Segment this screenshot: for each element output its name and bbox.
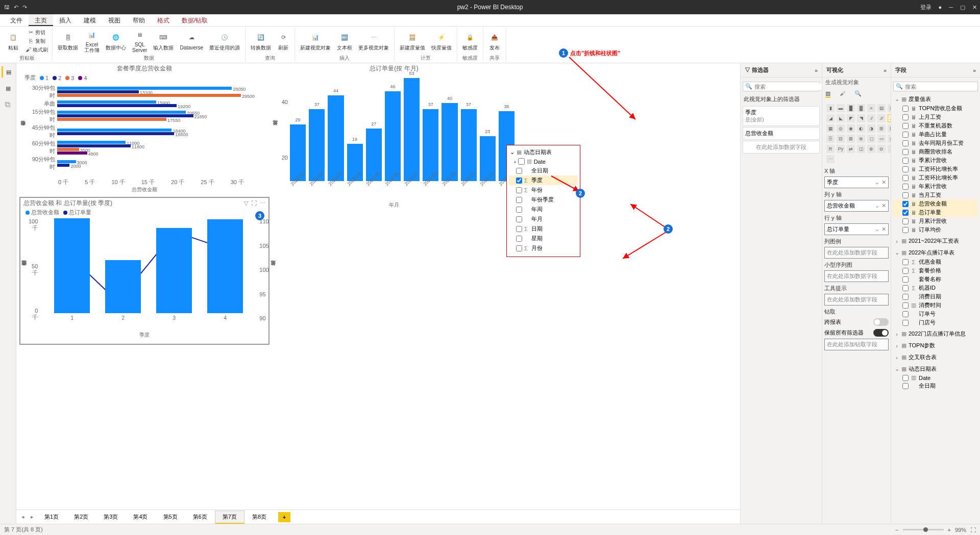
viz-type-0[interactable]: ▮ bbox=[826, 104, 835, 112]
collapse-icon[interactable]: » bbox=[815, 67, 818, 73]
viz-type-12[interactable]: ⫻ bbox=[877, 114, 886, 122]
bar[interactable]: 462022-06 bbox=[385, 91, 401, 181]
ribbon-转换数据[interactable]: 🔄转换数据 bbox=[249, 31, 273, 52]
format-tab-icon[interactable]: 🖌 bbox=[840, 90, 845, 98]
viz-type-4[interactable]: ≡ bbox=[867, 104, 875, 112]
field-item[interactable]: 🖩工资环比增长率 bbox=[893, 165, 978, 173]
viz-type-16[interactable]: ◉ bbox=[847, 124, 855, 133]
bar[interactable]: 292022-01 bbox=[290, 124, 306, 181]
field-item[interactable]: 🖩季累计营收 bbox=[893, 156, 978, 165]
popup-field[interactable]: Σ季度 bbox=[509, 175, 578, 185]
ribbon-最近使用的源[interactable]: 🕓最近使用的源 bbox=[207, 31, 242, 52]
viz-type-5[interactable]: ▤ bbox=[877, 104, 886, 112]
page-tab[interactable]: 第6页 bbox=[185, 511, 215, 524]
well-y2[interactable]: 总订单量⌄✕ bbox=[824, 223, 889, 235]
viz-type-35[interactable]: ⋯ bbox=[826, 155, 835, 163]
filter-card[interactable]: 季度 是(全部) bbox=[743, 106, 820, 126]
ribbon-快度量值[interactable]: ⚡快度量值 bbox=[429, 31, 454, 52]
popup-field[interactable]: 年月 bbox=[509, 214, 578, 224]
table-header[interactable]: ›▦TOPN参数 bbox=[893, 341, 978, 350]
viz-type-19[interactable]: ⊞ bbox=[877, 124, 886, 133]
ribbon-新建视觉对象[interactable]: 📊新建视觉对象 bbox=[298, 31, 333, 52]
page-tab[interactable]: 第3页 bbox=[96, 511, 126, 524]
well-x[interactable]: 季度⌄✕ bbox=[824, 176, 889, 188]
well-small[interactable]: 在此处添加数据字段 bbox=[824, 270, 889, 282]
paste-button[interactable]: 📋粘贴 bbox=[5, 31, 21, 52]
viz-type-28[interactable]: R bbox=[826, 145, 835, 153]
maximize-icon[interactable]: ▢ bbox=[960, 4, 965, 11]
menu-insert[interactable]: 插入 bbox=[53, 14, 78, 26]
expand-icon[interactable]: › bbox=[514, 159, 516, 165]
more-icon[interactable]: ⋯ bbox=[260, 200, 265, 207]
ribbon-敏感度[interactable]: 🔒敏感度 bbox=[460, 31, 480, 52]
bar[interactable]: 372022-08 bbox=[423, 109, 438, 181]
bar[interactable]: 192022-04 bbox=[347, 144, 363, 181]
menu-view[interactable]: 视图 bbox=[102, 14, 127, 26]
viz-type-8[interactable]: ◣ bbox=[837, 114, 845, 122]
close-icon[interactable]: ✕ bbox=[972, 4, 977, 11]
viz-type-14[interactable]: ▦ bbox=[826, 124, 835, 133]
remove-icon[interactable]: ✕ bbox=[881, 226, 886, 233]
format-painter-button[interactable]: 🖌格式刷 bbox=[23, 45, 49, 54]
field-item[interactable]: 🖩总订单量 bbox=[893, 208, 978, 217]
menu-file[interactable]: 文件 bbox=[4, 14, 29, 26]
popup-field[interactable]: Σ月份 bbox=[509, 243, 578, 253]
bar[interactable]: 2 bbox=[105, 260, 141, 314]
chevron-down-icon[interactable]: ⌄ bbox=[875, 179, 879, 186]
viz-type-15[interactable]: ◎ bbox=[837, 124, 845, 133]
bar[interactable]: 232022-11 bbox=[480, 136, 496, 181]
viz-type-11[interactable]: ⫽ bbox=[867, 114, 875, 122]
field-item[interactable]: 消费日期 bbox=[893, 292, 978, 301]
field-item[interactable]: 🖩去年同期月份工资 bbox=[893, 139, 978, 147]
viz-type-9[interactable]: ◤ bbox=[847, 114, 855, 122]
field-item[interactable]: 🖩年累计营收 bbox=[893, 182, 978, 191]
fields-search[interactable]: 🔍 bbox=[893, 82, 978, 91]
keep-filters-toggle[interactable] bbox=[873, 329, 889, 337]
viz-type-31[interactable]: ◫ bbox=[857, 145, 865, 153]
field-item[interactable]: 🖩不重复机器数 bbox=[893, 121, 978, 130]
menu-help[interactable]: 帮助 bbox=[127, 14, 151, 26]
popup-field[interactable]: 年周 bbox=[509, 205, 578, 214]
bar[interactable]: 3 bbox=[156, 228, 192, 313]
filters-search[interactable]: 🔍 bbox=[743, 82, 820, 91]
viz-type-22[interactable]: ⊟ bbox=[837, 135, 845, 143]
popup-field[interactable]: 全日期 bbox=[509, 166, 578, 175]
bar[interactable]: 402022-09 bbox=[442, 103, 457, 181]
filter-card[interactable]: 总营收金额 bbox=[743, 127, 820, 140]
viz-type-1[interactable]: ▬ bbox=[837, 104, 845, 112]
field-item[interactable]: ▥消费时间 bbox=[893, 301, 978, 310]
cut-button[interactable]: ✂剪切 bbox=[23, 28, 49, 36]
viz-type-3[interactable]: ▓ bbox=[857, 104, 865, 112]
bar[interactable]: 4 bbox=[207, 219, 243, 313]
minimize-icon[interactable]: ─ bbox=[949, 4, 953, 10]
well-tooltip[interactable]: 在此处添加数据字段 bbox=[824, 294, 889, 305]
collapse-icon[interactable]: » bbox=[884, 67, 887, 73]
user-icon[interactable]: ● bbox=[939, 4, 942, 10]
viz-type-23[interactable]: ⊠ bbox=[847, 135, 855, 143]
data-view-icon[interactable]: ▦ bbox=[3, 83, 14, 94]
viz-type-7[interactable]: ◢ bbox=[826, 114, 835, 122]
menu-drill[interactable]: 数据/钻取 bbox=[176, 14, 214, 26]
field-item[interactable]: 套餐名称 bbox=[893, 275, 978, 284]
well-y1[interactable]: 总营收金额⌄✕ bbox=[824, 200, 889, 212]
bar[interactable]: 272022-05 bbox=[366, 129, 382, 181]
field-item[interactable]: ▥Date bbox=[893, 374, 978, 381]
ribbon-发布[interactable]: 📤发布 bbox=[486, 31, 503, 52]
next-page-icon[interactable]: ▸ bbox=[28, 512, 37, 522]
menu-format[interactable]: 格式 bbox=[151, 14, 176, 26]
ribbon-SQLServer[interactable]: 🖥SQL Server bbox=[130, 28, 149, 54]
menu-home[interactable]: 主页 bbox=[29, 14, 53, 26]
expand-icon[interactable]: ⌄ bbox=[510, 149, 514, 156]
vis-column[interactable]: 总订单量(按 年月) 总订单量 40 20 292022-01372022-02… bbox=[272, 63, 517, 196]
ribbon-文本框[interactable]: 🔤文本框 bbox=[335, 31, 354, 52]
remove-icon[interactable]: ✕ bbox=[881, 179, 886, 186]
field-item[interactable]: 🖩当月工资 bbox=[893, 191, 978, 199]
ribbon-Dataverse[interactable]: ☁Dataverse bbox=[178, 31, 205, 52]
vis-combo[interactable]: 总营收金额 和 总订单量(按 季度) ▽ ⛶ ⋯ 总营收金额 总订单量 总营收金… bbox=[19, 197, 270, 345]
field-item[interactable]: 🖩单曲占比量 bbox=[893, 130, 978, 139]
table-header[interactable]: ›▦2021~2022年工资表 bbox=[893, 236, 978, 246]
bar[interactable]: 1 bbox=[54, 218, 90, 313]
field-item[interactable]: 🖩月累计营收 bbox=[893, 217, 978, 225]
chevron-down-icon[interactable]: ⌄ bbox=[875, 202, 879, 209]
field-popup[interactable]: ⌄▦动态日期表 ›▥Date 全日期Σ季度Σ年份年份季度年周年月Σ日期星期Σ月份 bbox=[506, 145, 580, 257]
